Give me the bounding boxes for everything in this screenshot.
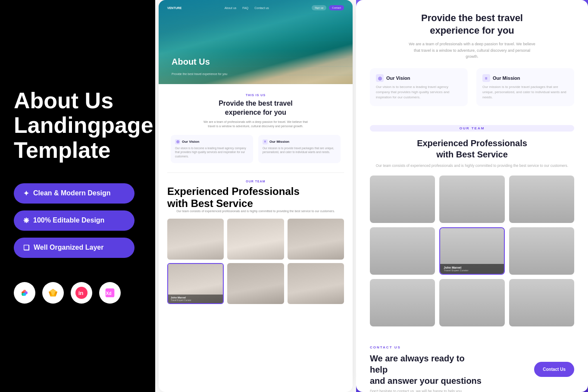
clean-modern-button[interactable]: ✦ Clean & Modern Design (14, 183, 134, 204)
logo-text: VENTURE (167, 6, 181, 9)
rp-contact-tag: CONTACT US (370, 345, 482, 349)
figma-icon[interactable] (14, 282, 35, 304)
rp-m5-role: Travel Expert Curator (444, 269, 500, 272)
clean-modern-label: Clean & Modern Design (33, 189, 111, 197)
rp-hero-title: Provide the best travelexperience for yo… (370, 12, 574, 37)
nav-item-faq[interactable]: FAQ (242, 6, 248, 9)
rp-m7-photo (370, 279, 435, 326)
vision-text: Our vision is to become a leading travel… (175, 146, 249, 159)
team-tag: OUR TEAM (167, 180, 344, 183)
team-desc: Our team consists of experienced profess… (167, 210, 344, 213)
rp-m8-photo (439, 279, 504, 326)
nav-contact-button[interactable]: Contact (329, 5, 344, 10)
rp-vision-card: ◎ Our Vision Our vision is to become a l… (370, 68, 468, 106)
svg-text:Xd: Xd (106, 291, 111, 296)
nav-item-aboutus[interactable]: About us (225, 6, 237, 9)
layers-icon: ❑ (23, 244, 29, 252)
hero-background (159, 0, 353, 84)
team-member-4-overlay: John Marvel Travel Expert Curator (168, 295, 223, 303)
section-tag-this-is-us: THIS IS US (171, 94, 341, 97)
hero-subtitle-overlay: Provide the best travel experience for y… (172, 72, 227, 75)
rp-team-m1 (370, 176, 435, 223)
editable-design-label: 100% Editable Design (33, 216, 104, 224)
mission-text: Our mission is to provide travel package… (263, 146, 336, 155)
rp-mission-icon: ≡ (482, 74, 490, 82)
rp-contact-section: CONTACT US We are always ready to helpan… (356, 335, 588, 392)
team-member-1 (167, 219, 224, 260)
center-mockup: VENTURE About us FAQ Contact us Sign up … (159, 0, 353, 392)
left-panel: About UsLandingpageTemplate ✦ Clean & Mo… (0, 0, 155, 392)
rp-mission-title: ≡ Our Mission (482, 74, 568, 82)
editable-design-button[interactable]: ❋ 100% Editable Design (14, 210, 134, 231)
invision-icon[interactable]: in (71, 282, 92, 304)
vision-mission-cards: ◎ Our Vision Our vision is to become a l… (171, 135, 341, 163)
tool-icons-row: in Xd (14, 282, 141, 304)
right-mockup-scroll: Provide the best travelexperience for yo… (356, 0, 588, 392)
nav-item-contact[interactable]: Contact us (254, 6, 269, 9)
page-title: About UsLandingpageTemplate (14, 88, 141, 163)
wand-icon: ✦ (23, 189, 29, 198)
rp-contact-button[interactable]: Contact Us (534, 362, 574, 377)
rp-team-m9 (509, 279, 574, 326)
rp-team-tag: OUR TEAM (370, 125, 574, 132)
layers-button[interactable]: ❑ Well Organized Layer (14, 238, 134, 258)
rp-team-m3 (509, 176, 574, 223)
rp-m2-photo (439, 176, 504, 223)
section-about: THIS IS US Provide the best travelexperi… (159, 84, 353, 172)
svg-text:in: in (78, 290, 84, 296)
team-member-3 (288, 219, 344, 260)
section-about-title: Provide the best travelexperience for yo… (171, 99, 341, 117)
rp-m6-photo (509, 227, 574, 275)
rp-team-title: Experienced Professionalswith Best Servi… (370, 138, 574, 160)
rp-vision-title: ◎ Our Vision (376, 74, 462, 82)
rp-team-m8 (439, 279, 504, 326)
nav-signup-button[interactable]: Sign up (312, 5, 326, 10)
team-member-5 (227, 263, 284, 304)
team-member-2-photo (227, 219, 284, 260)
rp-vision-text: Our vision is to become a leading travel… (376, 85, 462, 100)
rp-mission-text: Our mission is to provide travel package… (482, 85, 568, 100)
rp-vm-cards: ◎ Our Vision Our vision is to become a l… (370, 68, 574, 106)
rp-team-m4 (370, 227, 435, 275)
team-member-3-photo (288, 219, 344, 260)
rp-m5-overlay: John Marvel Travel Expert Curator (440, 264, 504, 274)
rp-about-section: Provide the best travelexperience for yo… (356, 0, 588, 115)
rp-m3-photo (509, 176, 574, 223)
rp-contact-desc: Don't hesitate to contact us, we will be… (370, 389, 482, 392)
sketch-icon[interactable] (42, 282, 64, 304)
team-member-2 (227, 219, 284, 260)
vision-icon: ◎ (175, 139, 180, 144)
vision-card: ◎ Our Vision Our vision is to become a l… (171, 135, 253, 163)
team-member-6 (288, 263, 344, 304)
hero-image-section: VENTURE About us FAQ Contact us Sign up … (159, 0, 353, 84)
team-section: OUR TEAM Experienced Professionalswith B… (159, 173, 353, 311)
rp-team-m7 (370, 279, 435, 326)
mission-icon: ≡ (263, 139, 268, 144)
team-member-6-photo (288, 263, 344, 304)
team-member-5-photo (227, 263, 284, 304)
rp-team-desc: Our team consists of experienced profess… (370, 163, 574, 168)
rp-hero-desc: We are a team of professionals with a de… (407, 41, 537, 60)
rp-m4-photo (370, 227, 435, 275)
rp-team-m5-highlighted: John Marvel Travel Expert Curator (439, 227, 504, 275)
rp-vision-icon: ◎ (376, 74, 384, 82)
section-about-desc: We are a team of professionals with a de… (200, 120, 312, 129)
mission-card: ≡ Our Mission Our mission is to provide … (258, 135, 341, 163)
rp-m5-name: John Marvel (444, 266, 500, 269)
svg-point-5 (23, 293, 26, 296)
rp-m9-photo (509, 279, 574, 326)
team-title: Experienced Professionalswith Best Servi… (167, 185, 344, 210)
rp-team-section: OUR TEAM Experienced Professionalswith B… (356, 115, 588, 335)
team-grid: John Marvel Travel Expert Curator (167, 219, 344, 304)
rp-team-grid: John Marvel Travel Expert Curator (370, 176, 574, 326)
rp-m1-photo (370, 176, 435, 223)
rp-mission-card: ≡ Our Mission Our mission is to provide … (476, 68, 574, 106)
mission-title: ≡ Our Mission (263, 139, 336, 144)
hero-title-overlay: About Us (172, 57, 210, 67)
mockup-navbar: VENTURE About us FAQ Contact us Sign up … (159, 5, 353, 10)
team-member-1-photo (167, 219, 224, 260)
edit-icon: ❋ (23, 216, 29, 225)
adobe-xd-icon[interactable]: Xd (99, 282, 121, 304)
rp-team-m6 (509, 227, 574, 275)
team-member-4-highlighted: John Marvel Travel Expert Curator (167, 263, 224, 304)
